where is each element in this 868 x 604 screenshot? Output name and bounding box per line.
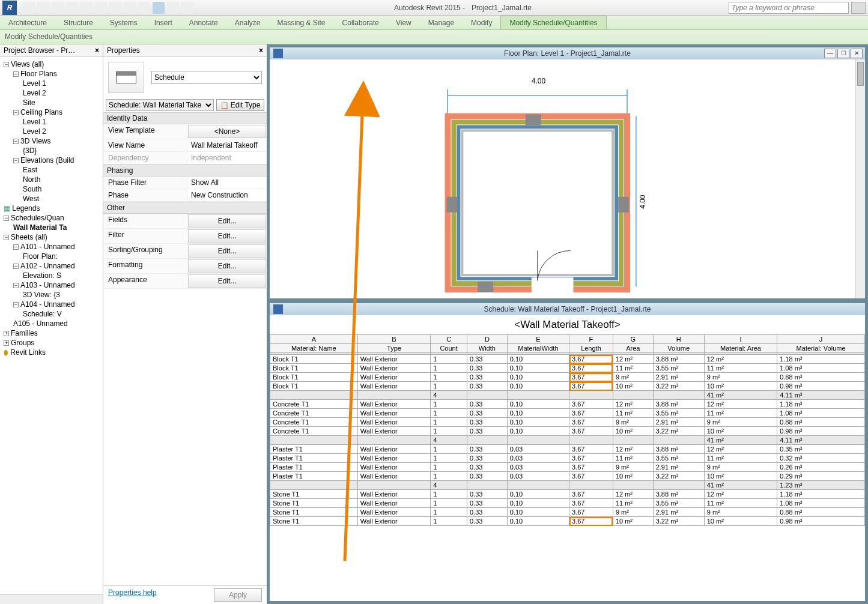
col-letter[interactable]: H xyxy=(653,335,704,344)
section-icon[interactable] xyxy=(138,2,150,14)
ribbon-tab[interactable]: Manage xyxy=(420,16,463,29)
table-row[interactable]: Stone T1Wall Exterior10.330.103.6710 m²3… xyxy=(270,517,865,526)
property-row[interactable]: DependencyIndependent xyxy=(103,152,267,165)
tree-node[interactable]: −Views (all) xyxy=(1,59,102,69)
ribbon-tab[interactable]: Massing & Site xyxy=(269,16,334,29)
tree-node[interactable]: −3D Views xyxy=(1,136,102,146)
tree-node[interactable]: −Elevations (Build xyxy=(1,156,102,165)
property-group-header[interactable]: Identity Data xyxy=(103,112,267,124)
property-row[interactable]: PhaseNew Construction xyxy=(103,189,267,202)
close-hidden-icon[interactable] xyxy=(167,2,179,14)
help-icon[interactable] xyxy=(851,2,866,14)
property-row[interactable]: Sorting/GroupingEdit... xyxy=(103,244,267,259)
save-icon[interactable] xyxy=(37,2,49,14)
tree-node[interactable]: −A102 - Unnamed xyxy=(1,261,102,271)
col-letter[interactable]: C xyxy=(431,335,467,344)
maximize-button[interactable]: ☐ xyxy=(837,49,849,58)
col-letter[interactable]: I xyxy=(704,335,777,344)
tree-node[interactable]: Level 2 xyxy=(1,88,102,98)
tree-node[interactable]: −Floor Plans xyxy=(1,69,102,79)
table-row[interactable]: Concrete T1Wall Exterior10.330.103.679 m… xyxy=(270,418,865,427)
ribbon-tab[interactable]: Insert xyxy=(146,16,181,29)
property-row[interactable]: FieldsEdit... xyxy=(103,214,267,229)
col-letter[interactable]: B xyxy=(357,335,430,344)
ribbon-tab[interactable]: Architecture xyxy=(0,16,55,29)
tree-node[interactable]: Site xyxy=(1,98,102,107)
scrollbar-vertical[interactable] xyxy=(855,59,865,298)
tree-node[interactable]: ▦ Legends xyxy=(1,204,102,213)
tree-node[interactable]: −A101 - Unnamed xyxy=(1,242,102,252)
floor-plan-canvas[interactable]: 4.00 4.00 xyxy=(270,59,865,298)
close-icon[interactable]: × xyxy=(259,46,263,55)
tree-node[interactable]: −Schedules/Quan xyxy=(1,213,102,223)
redo-icon[interactable] xyxy=(66,2,78,14)
tree-node[interactable]: West xyxy=(1,194,102,204)
tree-node[interactable]: East xyxy=(1,165,102,175)
properties-help-link[interactable]: Properties help xyxy=(108,588,157,602)
ribbon-tab[interactable]: Analyze xyxy=(226,16,269,29)
tree-node[interactable]: South xyxy=(1,184,102,194)
table-row[interactable]: Concrete T1Wall Exterior10.330.103.6711 … xyxy=(270,409,865,418)
open-icon[interactable] xyxy=(23,2,35,14)
ribbon-tab[interactable]: View xyxy=(387,16,420,29)
property-row[interactable]: FormattingEdit... xyxy=(103,259,267,274)
search-input[interactable] xyxy=(729,2,849,14)
print-icon[interactable] xyxy=(80,2,93,14)
tree-node[interactable]: Level 1 xyxy=(1,79,102,88)
table-row[interactable]: Plaster T1Wall Exterior10.330.033.6712 m… xyxy=(270,445,865,454)
project-browser-tree[interactable]: −Views (all)−Floor PlansLevel 1Level 2Si… xyxy=(0,57,103,594)
property-row[interactable]: View Template<None> xyxy=(103,124,267,139)
instance-selector[interactable]: Schedule: Wall Material Take xyxy=(106,99,214,111)
close-button[interactable]: ✕ xyxy=(851,49,863,58)
table-row[interactable]: Block T1Wall Exterior10.330.103.6712 m²3… xyxy=(270,355,865,364)
tree-node[interactable]: −A104 - Unnamed xyxy=(1,300,102,309)
close-icon[interactable]: × xyxy=(95,46,99,55)
table-row[interactable]: Concrete T1Wall Exterior10.330.103.6710 … xyxy=(270,427,865,436)
col-header[interactable]: MaterialWidth xyxy=(507,344,569,353)
ribbon-tab[interactable]: Structure xyxy=(55,16,102,29)
apply-button[interactable]: Apply xyxy=(214,588,262,602)
property-row[interactable]: View NameWall Material Takeoff xyxy=(103,139,267,152)
ribbon-tab[interactable]: Modify xyxy=(463,16,500,29)
ribbon-tab[interactable]: Systems xyxy=(102,16,146,29)
col-header[interactable]: Count xyxy=(431,344,467,353)
thin-lines-icon[interactable] xyxy=(153,2,165,14)
property-group-header[interactable]: Other xyxy=(103,202,267,214)
tree-node[interactable]: Elevation: S xyxy=(1,271,102,280)
tree-node[interactable]: Floor Plan: xyxy=(1,252,102,261)
undo-icon[interactable] xyxy=(52,2,64,14)
scrollbar-horizontal[interactable] xyxy=(0,594,103,604)
tree-node[interactable]: +Groups xyxy=(1,338,102,348)
col-header[interactable]: Area xyxy=(613,344,653,353)
tree-node[interactable]: Level 1 xyxy=(1,117,102,127)
col-letter[interactable]: F xyxy=(569,335,613,344)
ribbon-tab[interactable]: Collaborate xyxy=(334,16,387,29)
col-header[interactable]: Material: Area xyxy=(704,344,777,353)
col-header[interactable]: Material: Name xyxy=(270,344,358,353)
property-row[interactable]: AppearanceEdit... xyxy=(103,274,267,289)
3d-icon[interactable] xyxy=(124,2,136,14)
table-row[interactable]: Stone T1Wall Exterior10.330.103.6712 m²3… xyxy=(270,490,865,499)
tree-node[interactable]: Level 2 xyxy=(1,127,102,136)
ribbon-tab[interactable]: Modify Schedule/Quantities xyxy=(500,16,606,29)
tree-node[interactable]: Wall Material Ta xyxy=(1,223,102,232)
tree-node[interactable]: North xyxy=(1,175,102,184)
schedule-table[interactable]: ABCDEFGHIJ Material: NameTypeCountWidthM… xyxy=(270,334,865,526)
tree-node[interactable]: +Families xyxy=(1,328,102,338)
property-row[interactable]: FilterEdit... xyxy=(103,229,267,244)
col-letter[interactable]: D xyxy=(467,335,507,344)
revit-logo-icon[interactable]: R xyxy=(2,1,17,15)
edit-type-button[interactable]: 📋 Edit Type xyxy=(216,99,264,111)
table-row[interactable]: Concrete T1Wall Exterior10.330.103.6712 … xyxy=(270,400,865,409)
text-icon[interactable] xyxy=(109,2,121,14)
property-row[interactable]: Phase FilterShow All xyxy=(103,177,267,189)
col-header[interactable]: Width xyxy=(467,344,507,353)
type-selector[interactable]: Schedule xyxy=(151,71,262,84)
col-letter[interactable]: E xyxy=(507,335,569,344)
table-row[interactable]: Plaster T1Wall Exterior10.330.033.6711 m… xyxy=(270,454,865,463)
switch-windows-icon[interactable] xyxy=(181,2,193,14)
col-letter[interactable]: G xyxy=(613,335,653,344)
col-header[interactable]: Length xyxy=(569,344,613,353)
tree-node[interactable]: 3D View: {3 xyxy=(1,290,102,300)
col-letter[interactable]: J xyxy=(777,335,865,344)
